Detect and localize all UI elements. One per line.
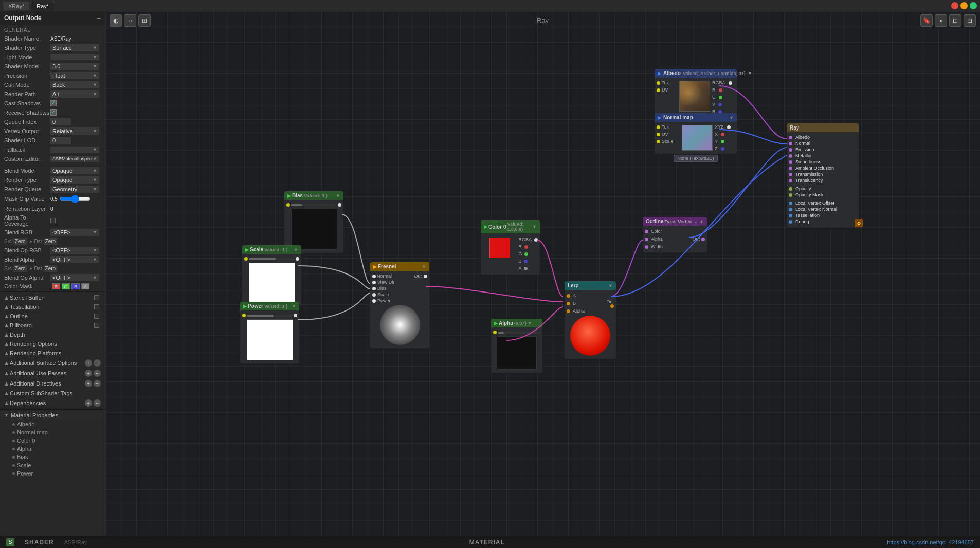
src-blend-dropdown[interactable]: Zero <box>13 238 27 245</box>
node-outline-expand[interactable]: ▼ <box>699 219 704 224</box>
node-normalmap-expand[interactable]: ▼ <box>729 115 734 120</box>
blend-mode-dropdown[interactable]: Opaque ▼ <box>50 167 99 174</box>
grid-view-button[interactable]: ⊞ <box>138 14 151 27</box>
cast-shadows-checkbox[interactable] <box>50 100 57 106</box>
custom-editor-dropdown[interactable]: ASEMaterialInspec ▼ <box>50 156 99 162</box>
render-path-dropdown[interactable]: All ▼ <box>50 90 99 98</box>
node-albedo-expand[interactable]: ▼ <box>748 71 752 76</box>
node-fresnel[interactable]: ▶ Fresnel ▼ Normal Out View Dir Bias Sca… <box>370 262 429 348</box>
light-mode-dropdown[interactable]: ▼ <box>50 54 99 60</box>
collapsible-outline[interactable]: ▶ Outline <box>0 312 105 321</box>
blend-op-alpha-dropdown[interactable]: <OFF> ▼ <box>50 274 99 281</box>
layout-expand-button[interactable]: ⊡ <box>949 14 961 27</box>
add-directive-button[interactable]: + <box>85 380 92 387</box>
tessellation-checkbox[interactable] <box>94 304 99 309</box>
outline-checkbox[interactable] <box>94 314 99 319</box>
prop-cull-mode: Cull Mode Back ▼ <box>0 80 105 89</box>
vertex-output-dropdown[interactable]: Relative ▼ <box>50 127 99 135</box>
bullet-icon <box>12 423 15 426</box>
collapsible-surface-options[interactable]: ▶ Additional Surface Options + − <box>0 358 105 368</box>
add-dependency-button[interactable]: + <box>85 399 92 407</box>
remove-dependency-button[interactable]: − <box>94 399 101 407</box>
remove-directive-button[interactable]: − <box>94 380 101 387</box>
node-ray-output[interactable]: Ray Albedo Normal Emission Metallic Smoo… <box>787 123 859 227</box>
alpha-preview <box>497 336 537 370</box>
blend-rgb-dropdown[interactable]: <OFF> ▼ <box>50 229 99 236</box>
color-mask-r[interactable]: R <box>52 283 60 289</box>
node-color0[interactable]: ▶ Color 0 Valued: 1,0,0,0} ▼ RGBA R G B … <box>481 220 540 275</box>
node-normalmap[interactable]: ▶ Normal map ▼ Tex UV Scale XYZ X Y Z <box>655 113 737 163</box>
node-editor[interactable]: ◐ ○ ⊞ Ray 🔖 ▪ ⊡ ⊟ <box>105 11 980 536</box>
dst-blend-dropdown[interactable]: Zero <box>44 238 58 245</box>
title-bar: XRay* Ray* <box>0 0 980 11</box>
precision-dropdown[interactable]: Float ▼ <box>50 72 99 79</box>
alpha-src-dropdown[interactable]: Zero <box>13 265 27 272</box>
color-mask-a[interactable]: A <box>81 283 89 289</box>
color-mask-g[interactable]: G <box>62 283 70 289</box>
collapsible-rendering-platforms[interactable]: ▶ Rendering Platforms <box>0 349 105 358</box>
remove-surface-option-button[interactable]: − <box>94 359 101 367</box>
graph-view-button[interactable]: ○ <box>124 14 136 27</box>
node-bias[interactable]: ▶ Bias Valued: 0 } ▼ <box>284 191 343 253</box>
cull-mode-dropdown[interactable]: Back ▼ <box>50 81 99 88</box>
close-button[interactable] <box>951 2 958 9</box>
color-mask-row: Color Mask R G B A <box>0 282 105 290</box>
node-scale-expand[interactable]: ▼ <box>294 247 298 252</box>
layout-grid-button[interactable]: ⊟ <box>964 14 976 27</box>
blend-alpha-dropdown[interactable]: <OFF> ▼ <box>50 256 99 263</box>
node-color0-expand[interactable]: ▼ <box>532 224 537 229</box>
node-bias-expand[interactable]: ▼ <box>336 193 340 198</box>
node-power[interactable]: ▶ Power Valued: 1 } ▼ <box>240 302 299 363</box>
color-mask-b[interactable]: B <box>71 283 80 289</box>
node-alpha-expand[interactable]: ▼ <box>528 321 532 326</box>
node-lerp-expand[interactable]: ▼ <box>608 283 613 288</box>
normalmap-btn[interactable]: None (Texture2D) <box>655 154 737 163</box>
bookmark-icon[interactable]: 🔖 <box>920 14 933 27</box>
node-alpha[interactable]: ▶ Alpha -0.87} ▼ <box>491 319 542 373</box>
prop-shader-model: Shader Model 3.0 ▼ <box>0 62 105 71</box>
fallback-dropdown[interactable]: ▼ <box>50 147 99 153</box>
panel-minimize-button[interactable]: − <box>97 14 101 22</box>
tab-ray[interactable]: Ray* <box>31 2 54 10</box>
receive-shadows-checkbox[interactable] <box>50 109 57 116</box>
render-type-dropdown[interactable]: Opaque ▼ <box>50 176 99 184</box>
alpha-dst-dropdown[interactable]: Zero <box>44 265 58 272</box>
shader-type-dropdown[interactable]: Surface ▼ <box>50 44 99 51</box>
blend-op-rgb-dropdown[interactable]: <OFF> ▼ <box>50 247 99 254</box>
maximize-button[interactable] <box>970 2 977 9</box>
chevron-down-icon: ▼ <box>4 413 9 418</box>
node-power-expand[interactable]: ▼ <box>292 304 296 309</box>
alpha-coverage-checkbox[interactable] <box>50 218 56 223</box>
shader-lod-field[interactable]: 0 <box>50 137 71 144</box>
collapsible-billboard[interactable]: ▶ Billboard <box>0 321 105 330</box>
node-scale[interactable]: ▶ Scale Valued: 1 } ▼ <box>242 245 301 307</box>
collapsible-rendering-options[interactable]: ▶ Rendering Options <box>0 339 105 349</box>
add-surface-option-button[interactable]: + <box>85 359 92 367</box>
collapsible-subshader-tags[interactable]: ▶ Custom SubShader Tags <box>0 389 105 398</box>
render-queue-dropdown[interactable]: Geometry ▼ <box>50 186 99 193</box>
node-lerp[interactable]: Lerp ▼ A B Alpha Out <box>565 281 616 359</box>
chevron-right-icon: ▶ <box>4 361 9 365</box>
mask-clip-slider[interactable] <box>60 195 90 203</box>
queue-index-field[interactable]: 0 <box>50 118 71 125</box>
toggle-view-button[interactable]: ◐ <box>110 14 122 27</box>
node-outline[interactable]: Outline Type: Vertex Offset} ▼ Color Alp… <box>643 217 707 252</box>
layout-1-button[interactable]: ▪ <box>935 14 947 27</box>
minimize-button[interactable] <box>960 2 968 9</box>
add-use-pass-button[interactable]: + <box>85 370 92 377</box>
tab-xray[interactable]: XRay* <box>3 2 29 10</box>
node-expand-icon: ▶ <box>245 247 249 252</box>
node-expand-icon: ▶ <box>243 304 247 309</box>
collapsible-depth[interactable]: ▶ Depth <box>0 330 105 339</box>
stencil-checkbox[interactable] <box>94 295 99 300</box>
collapsible-use-passes[interactable]: ▶ Additional Use Passes + − <box>0 368 105 378</box>
shader-model-dropdown[interactable]: 3.0 ▼ <box>50 63 99 70</box>
billboard-checkbox[interactable] <box>94 323 99 328</box>
node-fresnel-expand[interactable]: ▼ <box>422 264 426 269</box>
remove-use-pass-button[interactable]: − <box>94 370 101 377</box>
collapsible-directives[interactable]: ▶ Additional Directives + − <box>0 378 105 389</box>
collapsible-stencil-buffer[interactable]: ▶ Stencil Buffer <box>0 293 105 302</box>
collapsible-tessellation[interactable]: ▶ Tessellation <box>0 302 105 312</box>
collapsible-dependencies[interactable]: ▶ Dependencies + − <box>0 398 105 408</box>
collapsible-material-properties[interactable]: ▼ Material Properties <box>0 411 105 420</box>
